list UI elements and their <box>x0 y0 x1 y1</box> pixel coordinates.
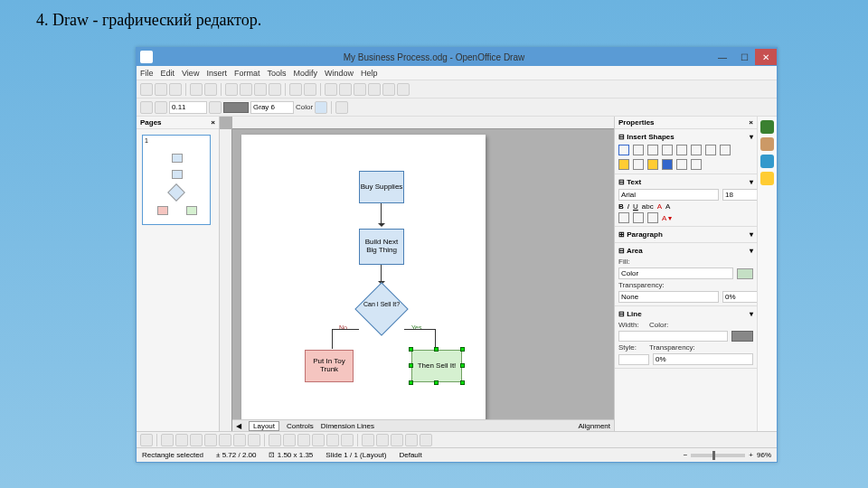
selection-handle[interactable] <box>460 347 465 352</box>
points-tool-icon[interactable] <box>362 434 374 446</box>
selection-handle[interactable] <box>434 380 439 385</box>
gallery-tab-icon[interactable] <box>760 137 774 151</box>
text-tool-icon[interactable] <box>676 145 687 155</box>
line-tool-icon[interactable] <box>161 434 174 446</box>
chart-icon[interactable] <box>325 83 337 96</box>
arrow-tool-icon[interactable] <box>175 434 188 446</box>
connector[interactable] <box>404 329 435 330</box>
hyperlink-icon[interactable] <box>339 83 352 96</box>
from-file-icon[interactable] <box>405 434 418 446</box>
selection-handle[interactable] <box>434 347 439 352</box>
line-style-select[interactable] <box>618 354 649 365</box>
section-toggle-icon[interactable]: ▾ <box>750 247 753 255</box>
connector[interactable] <box>332 329 359 330</box>
ellipse-tool-icon[interactable] <box>204 434 217 446</box>
section-paragraph[interactable]: Paragraph <box>627 230 663 239</box>
page-thumbnail[interactable]: 1 <box>142 135 211 225</box>
section-insert-shapes[interactable]: Insert Shapes <box>627 133 674 141</box>
menu-help[interactable]: Help <box>361 69 378 78</box>
pages-close-icon[interactable]: × <box>211 118 215 127</box>
menu-edit[interactable]: Edit <box>161 69 175 78</box>
line-color-icon[interactable] <box>209 101 222 114</box>
arrow-tool-icon[interactable] <box>633 145 644 155</box>
fill-type-select[interactable] <box>618 267 733 279</box>
navigator-tab-icon[interactable] <box>760 155 774 168</box>
area-color-icon[interactable] <box>315 101 327 114</box>
line-width-slider[interactable] <box>618 331 728 342</box>
print-icon[interactable] <box>204 83 217 96</box>
superscript-icon[interactable] <box>618 212 629 223</box>
connector[interactable] <box>381 203 382 225</box>
tab-prev-icon[interactable]: ◀ <box>236 422 241 430</box>
redo-icon[interactable] <box>304 83 316 96</box>
connector-tool-icon[interactable] <box>705 145 716 155</box>
tab-alignment[interactable]: Alignment <box>578 422 610 430</box>
menu-modify[interactable]: Modify <box>293 69 317 78</box>
properties-tab-icon[interactable] <box>760 120 774 134</box>
ellipse-tool-icon[interactable] <box>662 145 673 155</box>
section-toggle-icon[interactable]: ▾ <box>750 133 753 141</box>
line-tool-icon[interactable] <box>618 145 629 155</box>
selection-handle[interactable] <box>409 347 413 352</box>
menu-insert[interactable]: Insert <box>206 69 227 78</box>
menu-view[interactable]: View <box>182 69 199 78</box>
symbol-shapes-icon[interactable] <box>618 159 629 170</box>
undo-icon[interactable] <box>289 83 302 96</box>
tab-layout[interactable]: Layout <box>249 421 279 431</box>
arrow-style-icon[interactable] <box>140 101 153 114</box>
rect-tool-icon[interactable] <box>647 145 658 155</box>
callout-tool-icon[interactable] <box>326 434 339 446</box>
basic-shapes-icon[interactable] <box>720 145 731 155</box>
connector[interactable] <box>381 265 382 283</box>
line-transparency-input[interactable] <box>653 353 753 365</box>
menu-format[interactable]: Format <box>234 69 260 78</box>
glue-tool-icon[interactable] <box>376 434 389 446</box>
flow-box-build[interactable]: Build Next Big Thing <box>359 229 404 265</box>
connector[interactable] <box>332 329 333 349</box>
flowchart-tool-icon[interactable] <box>312 434 325 446</box>
zoom-icon[interactable] <box>382 83 395 96</box>
zoom-value[interactable]: 96% <box>757 451 771 459</box>
canvas-area[interactable]: Buy Supplies Build Next Big Thing Can I … <box>220 117 614 431</box>
star-shapes-icon[interactable] <box>647 159 658 170</box>
tab-controls[interactable]: Controls <box>287 422 314 430</box>
rectangle-tool-icon[interactable] <box>190 434 203 446</box>
line-color-swatch[interactable] <box>731 331 753 342</box>
section-text[interactable]: Text <box>627 178 641 186</box>
connector-tool-icon[interactable] <box>248 434 260 446</box>
navigator-icon[interactable] <box>368 83 381 96</box>
block-arrows-icon[interactable] <box>633 159 644 170</box>
3d-shapes-icon[interactable] <box>691 159 702 170</box>
cut-icon[interactable] <box>225 83 238 96</box>
zoom-in-button[interactable]: + <box>749 451 753 459</box>
selection-handle[interactable] <box>409 363 413 368</box>
curve-tool-icon[interactable] <box>233 434 246 446</box>
text-tool-icon[interactable] <box>219 434 231 446</box>
curve-tool-icon[interactable] <box>691 145 702 155</box>
font-size-input[interactable] <box>722 189 757 201</box>
callout-shapes-icon[interactable] <box>676 159 687 170</box>
new-icon[interactable] <box>140 83 153 96</box>
font-effect-icon[interactable]: A ▾ <box>662 214 672 222</box>
table-icon[interactable] <box>354 83 366 96</box>
menu-tools[interactable]: Tools <box>267 69 286 78</box>
font-name-input[interactable] <box>618 189 719 201</box>
transparency-type-select[interactable] <box>618 291 719 303</box>
extrusion-icon[interactable] <box>420 434 432 446</box>
flowchart-shapes-icon[interactable] <box>662 159 673 170</box>
flow-decision[interactable] <box>354 282 408 335</box>
open-icon[interactable] <box>155 83 167 96</box>
section-line[interactable]: Line <box>627 310 641 318</box>
close-button[interactable]: ✕ <box>755 49 777 65</box>
section-area[interactable]: Area <box>627 247 643 255</box>
underline-button[interactable]: U <box>633 202 638 211</box>
save-icon[interactable] <box>169 83 182 96</box>
copy-icon[interactable] <box>240 83 252 96</box>
help-icon[interactable] <box>397 83 410 96</box>
star-tool-icon[interactable] <box>341 434 354 446</box>
area-style-select[interactable] <box>250 101 294 114</box>
connector[interactable] <box>435 329 436 349</box>
props-close-icon[interactable]: × <box>749 118 753 127</box>
zoom-slider[interactable] <box>691 454 745 457</box>
line-style-icon[interactable] <box>155 101 167 114</box>
